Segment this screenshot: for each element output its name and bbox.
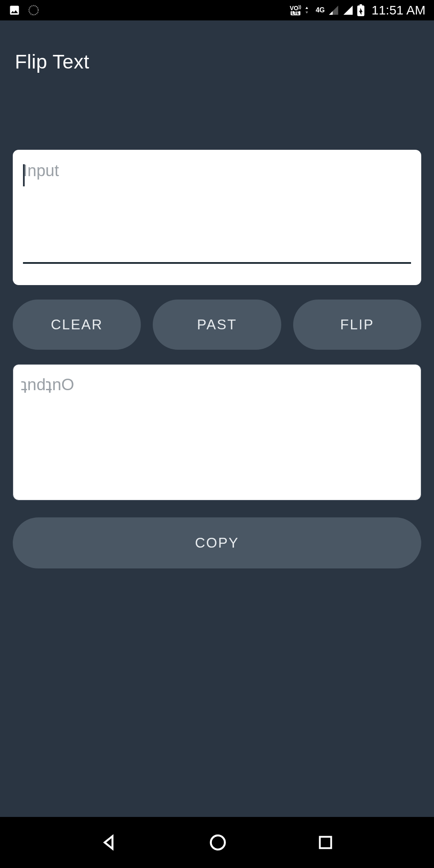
input-card (13, 150, 421, 285)
output-text: ʇndʇnO (21, 375, 413, 394)
svg-rect-2 (320, 837, 331, 848)
signal-sim2-icon (343, 5, 354, 16)
image-icon (9, 4, 20, 16)
svg-point-1 (211, 836, 225, 850)
input-textarea[interactable] (23, 162, 411, 264)
status-left (9, 4, 39, 16)
data-arrows-icon (305, 5, 312, 15)
home-icon[interactable] (208, 833, 227, 852)
output-card: ʇndʇnO (13, 364, 421, 500)
signal-sim1-icon (328, 5, 339, 16)
recents-icon[interactable] (317, 834, 334, 851)
clear-button[interactable]: CLEAR (13, 300, 141, 350)
app-body: Flip Text CLEAR PAST FLIP ʇndʇnO COPY (0, 20, 434, 817)
text-cursor (23, 164, 25, 186)
circle-icon (28, 5, 39, 16)
copy-button[interactable]: COPY (13, 517, 421, 568)
paste-button[interactable]: PAST (153, 300, 281, 350)
clock-label: 11:51 AM (371, 3, 425, 17)
volte-icon: VO)) LTE (290, 5, 301, 15)
network-type-label: 4G (316, 6, 325, 14)
navigation-bar (0, 817, 434, 868)
battery-charging-icon (357, 4, 365, 16)
status-bar: VO)) LTE 4G 11:51 AM (0, 0, 434, 20)
back-icon[interactable] (100, 833, 119, 852)
app-title: Flip Text (13, 20, 421, 73)
svg-point-0 (29, 6, 38, 15)
flip-button[interactable]: FLIP (293, 300, 421, 350)
status-right: VO)) LTE 4G 11:51 AM (290, 3, 425, 17)
button-row: CLEAR PAST FLIP (13, 300, 421, 350)
